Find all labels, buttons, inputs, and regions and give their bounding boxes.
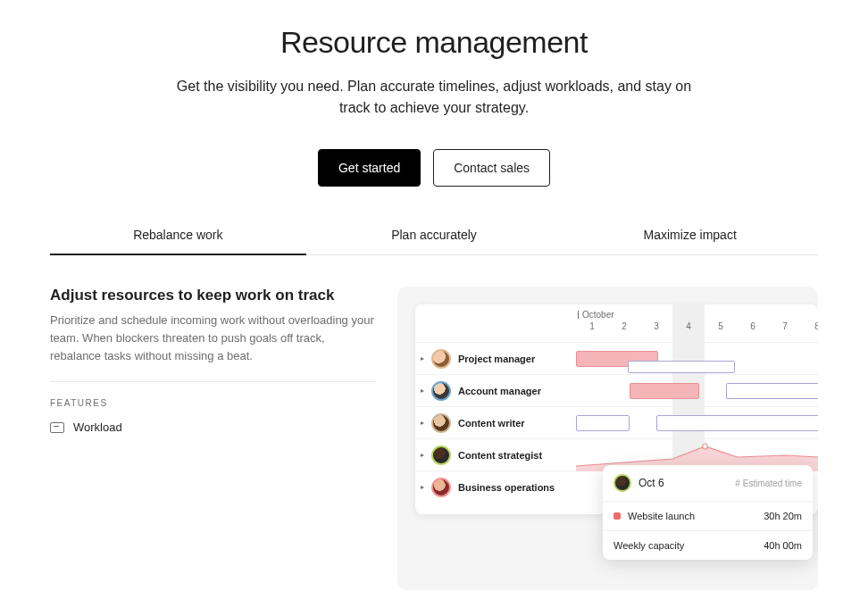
day-labels: 1 2 3 4 5 6 7 8 [576, 321, 818, 331]
tab-rebalance-work[interactable]: Rebalance work [50, 217, 306, 254]
popover-item-time: 40h 00m [764, 540, 802, 551]
avatar [431, 445, 451, 465]
row-content-writer[interactable]: ▸ Content writer [415, 406, 818, 438]
row-account-manager[interactable]: ▸ Account manager [415, 374, 818, 406]
day-3: 3 [640, 321, 672, 331]
features-label: FEATURES [50, 398, 376, 408]
day-1: 1 [576, 321, 608, 331]
task-bar[interactable] [576, 415, 630, 431]
estimated-time-label: # Estimated time [735, 479, 802, 488]
feature-label: Workload [73, 420, 122, 434]
feature-workload[interactable]: Workload [50, 420, 376, 434]
day-5: 5 [705, 321, 737, 331]
popover-date: Oct 6 [638, 477, 664, 489]
popover-row-weekly-capacity[interactable]: Weekly capacity 40h 00m [603, 531, 813, 560]
popover-item-label: Weekly capacity [613, 540, 684, 551]
detail-column: Adjust resources to keep work on track P… [50, 287, 376, 590]
tab-maximize-impact[interactable]: Maximize impact [562, 217, 818, 254]
role-label: Business operations [458, 482, 555, 493]
page-title: Resource management [0, 25, 868, 60]
svg-point-0 [703, 444, 707, 449]
caret-right-icon: ▸ [421, 419, 424, 427]
avatar [431, 478, 451, 497]
caret-right-icon: ▸ [421, 451, 424, 459]
caret-right-icon: ▸ [421, 387, 424, 395]
status-dot [613, 512, 621, 520]
role-label: Content writer [458, 418, 525, 429]
day-7: 7 [769, 321, 801, 331]
role-label: Account manager [458, 386, 541, 396]
role-label: Project manager [458, 354, 535, 364]
workload-icon [50, 422, 64, 433]
avatar [431, 381, 451, 401]
tab-plan-accurately[interactable]: Plan accurately [306, 217, 563, 254]
day-6: 6 [737, 321, 769, 331]
illustration-panel: October 1 2 3 4 5 6 7 8 ▸ [397, 287, 818, 590]
popover-item-label: Website launch [628, 511, 695, 521]
task-bar[interactable] [628, 361, 735, 373]
avatar [431, 413, 451, 433]
detail-body: Prioritize and schedule incoming work wi… [50, 312, 376, 365]
capacity-popover: Oct 6 # Estimated time Website launch 30… [603, 465, 813, 560]
task-bar[interactable] [726, 383, 818, 399]
cta-row: Get started Contact sales [0, 149, 868, 187]
month-label: October [578, 310, 818, 320]
contact-sales-button[interactable]: Contact sales [433, 149, 550, 187]
day-2: 2 [608, 321, 640, 331]
day-8: 8 [801, 321, 818, 331]
caret-right-icon: ▸ [421, 483, 424, 491]
popover-item-time: 30h 20m [764, 511, 802, 521]
timeline-header: October 1 2 3 4 5 6 7 8 [415, 304, 818, 342]
divider [50, 381, 376, 382]
popover-row-website-launch[interactable]: Website launch 30h 20m [603, 502, 813, 531]
row-project-manager[interactable]: ▸ Project manager [415, 342, 818, 374]
avatar [613, 474, 631, 492]
caret-right-icon: ▸ [421, 354, 424, 362]
estimated-time-text: Estimated time [743, 479, 802, 488]
get-started-button[interactable]: Get started [318, 149, 421, 187]
avatar [431, 349, 451, 369]
role-label: Content strategist [458, 450, 542, 461]
tabs: Rebalance work Plan accurately Maximize … [50, 217, 818, 255]
task-bar[interactable] [656, 415, 818, 431]
page-subtitle: Get the visibility you need. Plan accura… [166, 76, 702, 119]
task-bar[interactable] [630, 383, 699, 399]
day-4: 4 [672, 321, 705, 331]
hash-icon: # [735, 479, 740, 488]
detail-heading: Adjust resources to keep work on track [50, 287, 376, 304]
